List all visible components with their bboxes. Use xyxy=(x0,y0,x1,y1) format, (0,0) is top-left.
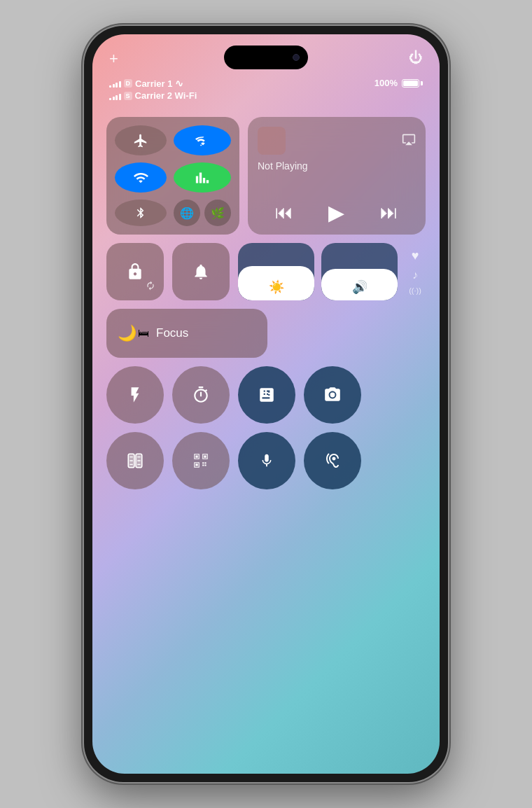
brightness-fill: ☀️ xyxy=(238,266,314,300)
cc-row-3: 🌙 🛏 Focus xyxy=(106,309,426,358)
forward-button[interactable]: ⏭ xyxy=(380,202,398,223)
phone-frame: + ⏻ D Carrier 1 ∿ xyxy=(84,26,448,782)
media-header xyxy=(258,127,416,155)
battery-percent: 100% xyxy=(374,78,398,88)
hearing-button[interactable] xyxy=(304,432,361,489)
timer-button[interactable] xyxy=(172,366,230,424)
status-right: 100% xyxy=(374,78,423,88)
mirror-button[interactable] xyxy=(106,432,164,489)
add-button[interactable]: + xyxy=(109,50,118,68)
media-tile[interactable]: Not Playing ⏮ ▶ ⏭ xyxy=(248,117,426,235)
rotation-arrow-icon xyxy=(146,281,155,291)
battery-body xyxy=(402,79,419,88)
bell-icon xyxy=(192,263,210,281)
carrier1-name: Carrier 1 xyxy=(135,78,172,89)
battery-tip xyxy=(421,81,423,85)
bar4 xyxy=(119,81,121,88)
bottom-conn-row: 🌐 🌿 xyxy=(174,200,231,226)
volume-fill: 🔊 xyxy=(321,269,398,300)
connectivity-tile[interactable]: 🌐 🌿 xyxy=(106,117,239,235)
camera-icon xyxy=(323,386,342,404)
wifi-icon-status: ∿ xyxy=(175,78,183,89)
bluetooth-icon xyxy=(134,205,147,221)
bar4-2 xyxy=(119,94,121,100)
svg-point-1 xyxy=(330,393,335,398)
not-playing-label: Not Playing xyxy=(258,160,416,172)
bell-button[interactable] xyxy=(172,243,230,300)
airplay-icon xyxy=(402,132,416,146)
signal-icon: ((·)) xyxy=(409,286,421,295)
camera-button[interactable] xyxy=(304,366,361,424)
airplane-icon xyxy=(133,133,148,148)
bed-icon: 🛏 xyxy=(138,327,149,340)
status-bar: D Carrier 1 ∿ S Carrier 2 Wi-Fi 100% xyxy=(109,78,423,101)
brightness-slider[interactable]: ☀️ xyxy=(238,243,314,300)
rotation-lock-icon xyxy=(126,263,144,281)
bar3 xyxy=(115,83,118,88)
bar3-2 xyxy=(115,95,118,100)
brightness-icon: ☀️ xyxy=(269,279,284,295)
control-center: 🌐 🌿 Not Playing xyxy=(106,117,426,498)
flashlight-button[interactable] xyxy=(106,366,164,424)
sliders-area: ☀️ 🔊 ♥ ♪ ((·)) xyxy=(238,243,426,300)
flashlight-icon xyxy=(126,386,144,404)
svg-point-0 xyxy=(200,144,202,146)
calculator-icon xyxy=(258,386,276,404)
timer-icon xyxy=(192,386,210,404)
airplane-button[interactable] xyxy=(115,125,167,155)
side-extras: ♥ ♪ ((·)) xyxy=(405,243,426,300)
cc-row-1: 🌐 🌿 Not Playing xyxy=(106,117,426,235)
bar2-2 xyxy=(113,97,115,100)
cc-row-4 xyxy=(106,366,426,424)
carrier1-row: D Carrier 1 ∿ xyxy=(109,78,197,89)
play-button[interactable]: ▶ xyxy=(328,200,344,225)
hotspot-icon xyxy=(195,133,210,148)
signal-bars-2 xyxy=(109,92,121,100)
rotation-lock-button[interactable] xyxy=(106,243,164,300)
dynamic-island xyxy=(224,46,308,69)
power-button[interactable]: ⏻ xyxy=(409,50,423,68)
bar1-2 xyxy=(109,98,111,100)
volume-icon: 🔊 xyxy=(352,279,368,295)
focus-label: Focus xyxy=(156,326,188,340)
carrier2-row: S Carrier 2 Wi-Fi xyxy=(109,90,197,101)
cellular-icon xyxy=(195,171,209,185)
qr-icon xyxy=(192,452,210,470)
bar1 xyxy=(109,85,111,88)
cc-row-5 xyxy=(106,432,426,489)
rewind-button[interactable]: ⏮ xyxy=(275,202,293,223)
status-left: D Carrier 1 ∿ S Carrier 2 Wi-Fi xyxy=(109,78,197,101)
hotspot-button[interactable] xyxy=(174,125,231,155)
qr-button[interactable] xyxy=(172,432,230,489)
sim2-badge: S xyxy=(124,92,132,100)
moon-icon: 🌙 xyxy=(118,324,136,342)
bluetooth-button[interactable] xyxy=(115,200,167,226)
battery-fill xyxy=(403,81,418,86)
focus-circle-2[interactable]: 🌿 xyxy=(204,200,231,226)
album-art xyxy=(258,127,286,155)
music-note-icon: ♪ xyxy=(412,269,418,281)
microphone-button[interactable] xyxy=(238,432,295,489)
wifi-icon xyxy=(133,170,148,186)
cc-row-2: ☀️ 🔊 ♥ ♪ ((·)) xyxy=(106,243,426,300)
media-controls: ⏮ ▶ ⏭ xyxy=(258,200,416,225)
calculator-button[interactable] xyxy=(238,366,295,424)
bar2 xyxy=(113,84,115,88)
phone-screen: + ⏻ D Carrier 1 ∿ xyxy=(92,34,440,774)
wifi-button[interactable] xyxy=(115,162,167,193)
sim1-badge: D xyxy=(124,79,133,88)
signal-bars-1 xyxy=(109,79,121,88)
airplay-button[interactable] xyxy=(402,132,416,149)
camera-dot xyxy=(293,54,300,61)
mirror-icon xyxy=(126,452,144,470)
microphone-icon xyxy=(259,452,274,470)
hearing-icon xyxy=(324,452,341,470)
heart-icon: ♥ xyxy=(412,249,419,263)
cellular-button[interactable] xyxy=(174,162,231,193)
volume-slider[interactable]: 🔊 xyxy=(321,243,398,300)
carrier2-name: Carrier 2 Wi-Fi xyxy=(135,90,197,101)
battery-icon xyxy=(402,79,423,88)
focus-tile[interactable]: 🌙 🛏 Focus xyxy=(106,309,267,358)
focus-circle-1[interactable]: 🌐 xyxy=(174,200,200,226)
